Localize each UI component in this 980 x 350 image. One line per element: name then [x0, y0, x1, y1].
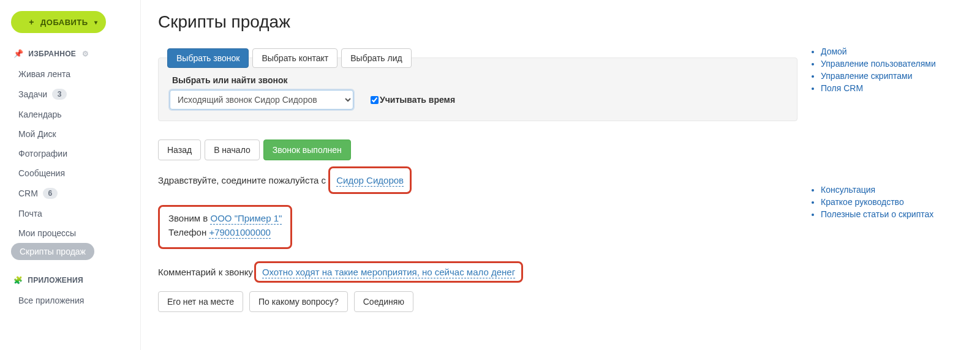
badge: 6: [43, 188, 58, 199]
back-button[interactable]: Назад: [158, 140, 201, 160]
company-line: Звоним в ООО "Пример 1": [168, 213, 282, 223]
nav-item-all-apps[interactable]: Все приложения: [11, 291, 129, 310]
chevron-down-icon: ▾: [94, 19, 98, 26]
plus-icon: +: [29, 17, 34, 27]
selection-panel: Выбрать звонок Выбрать контакт Выбрать л…: [158, 58, 797, 121]
option-connecting[interactable]: Соединяю: [354, 291, 413, 312]
time-checkbox[interactable]: [371, 96, 379, 104]
nav-item-calendar[interactable]: Календарь: [11, 105, 129, 124]
time-checkbox-wrap[interactable]: Учитывать время: [371, 95, 455, 105]
gear-icon[interactable]: ⚙: [82, 50, 89, 58]
comment-line: Комментарий к звонку Охотно ходят на так…: [158, 261, 797, 283]
add-button-label: ДОБАВИТЬ: [40, 18, 88, 27]
phone-line: Телефон +79001000000: [168, 227, 282, 237]
contact-link[interactable]: Сидор Сидоров: [336, 175, 404, 187]
call-select[interactable]: Исходящий звонок Сидор Сидоров: [170, 90, 353, 110]
page-title: Скрипты продаж: [158, 12, 963, 32]
link-consult[interactable]: Консультация: [821, 185, 963, 195]
tab-select-lead[interactable]: Выбрать лид: [341, 48, 411, 68]
contact-highlight: Сидор Сидоров: [328, 166, 412, 194]
main: Скрипты продаж Выбрать звонок Выбрать ко…: [141, 0, 980, 350]
call-done-button[interactable]: Звонок выполнен: [263, 140, 351, 160]
right-links-admin: Домой Управление пользователями Управлен…: [810, 47, 963, 93]
nav-item-messages[interactable]: Сообщения: [11, 163, 129, 183]
tab-select-call[interactable]: Выбрать звонок: [167, 48, 249, 68]
phone-link[interactable]: +79001000000: [209, 227, 271, 239]
nav-item-processes[interactable]: Мои процессы: [11, 223, 129, 243]
badge: 3: [52, 89, 67, 100]
link-guide[interactable]: Краткое руководство: [821, 197, 963, 207]
call-info-highlight: Звоним в ООО "Пример 1" Телефон +7900100…: [158, 205, 292, 249]
nav-item-scripts[interactable]: Скрипты продаж: [11, 243, 94, 260]
nav-item-crm[interactable]: CRM6: [11, 183, 129, 204]
nav-item-feed[interactable]: Живая лента: [11, 64, 129, 84]
start-button[interactable]: В начало: [205, 140, 260, 160]
select-call-label: Выбрать или найти звонок: [172, 75, 786, 85]
greeting-line: Здравствуйте, соедините пожалуйста с Сид…: [158, 166, 797, 194]
comment-highlight: Охотно ходят на такие мероприятия, но се…: [254, 261, 523, 283]
nav-item-tasks[interactable]: Задачи3: [11, 84, 129, 105]
apps-header: 🧩 ПРИЛОЖЕНИЯ: [11, 276, 129, 285]
nav-item-mail[interactable]: Почта: [11, 204, 129, 223]
favorites-header-label: ИЗБРАННОЕ: [28, 50, 76, 58]
right-links-help: Консультация Краткое руководство Полезны…: [810, 185, 963, 219]
link-crm-fields[interactable]: Поля CRM: [821, 83, 963, 93]
time-label: Учитывать время: [380, 95, 455, 105]
link-scripts[interactable]: Управление скриптами: [821, 71, 963, 81]
link-users[interactable]: Управление пользователями: [821, 59, 963, 69]
nav-item-photos[interactable]: Фотографии: [11, 144, 129, 163]
add-button[interactable]: + ДОБАВИТЬ ▾: [11, 11, 106, 33]
tab-select-contact[interactable]: Выбрать контакт: [252, 48, 337, 68]
option-what-about[interactable]: По какому вопросу?: [249, 291, 348, 312]
apps-icon: 🧩: [13, 276, 23, 285]
apps-header-label: ПРИЛОЖЕНИЯ: [28, 276, 83, 285]
sidebar: + ДОБАВИТЬ ▾ 📌 ИЗБРАННОЕ ⚙ Живая лента З…: [0, 0, 141, 350]
company-link[interactable]: ООО "Пример 1": [210, 213, 282, 225]
pin-icon: 📌: [13, 49, 23, 58]
nav-item-disk[interactable]: Мой Диск: [11, 124, 129, 144]
link-home[interactable]: Домой: [821, 47, 963, 56]
comment-link[interactable]: Охотно ходят на такие мероприятия, но се…: [262, 267, 515, 278]
option-not-here[interactable]: Его нет на месте: [158, 291, 243, 312]
nav-list: Живая лента Задачи3 Календарь Мой Диск Ф…: [11, 64, 129, 260]
link-articles[interactable]: Полезные статьи о скриптах: [821, 209, 963, 219]
favorites-header: 📌 ИЗБРАННОЕ ⚙: [11, 49, 129, 58]
